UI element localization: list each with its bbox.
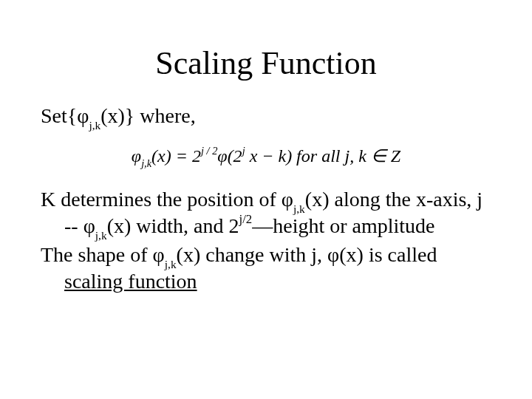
slide: Scaling Function Set{φj,k(x)} where, φj,… xyxy=(0,0,532,399)
p2-t3: (x) is called xyxy=(339,243,437,266)
formula-exp1: j / 2 xyxy=(201,145,217,157)
p1-phi1: φ xyxy=(282,188,293,211)
p2-phi1: φ xyxy=(153,243,165,266)
phi-subscript: j,k xyxy=(89,119,100,132)
p1-t4: —height or amplitude xyxy=(252,214,434,237)
formula: φj,k(x) = 2j / 2φ(2j x − k) for all j, k… xyxy=(132,146,400,167)
set-definition-line: Set{φj,k(x)} where, xyxy=(41,104,491,130)
p2-phi2: φ xyxy=(327,243,339,266)
formula-row: φj,k(x) = 2j / 2φ(2j x − k) for all j, k… xyxy=(41,143,491,167)
p1-t1: K determines the position of xyxy=(41,188,282,211)
paragraph-1: K determines the position of φj,k(x) alo… xyxy=(41,188,491,240)
formula-phi1-sub: j,k xyxy=(141,157,151,169)
scaling-function-term: scaling function xyxy=(64,270,197,293)
formula-exp2: j xyxy=(242,145,245,157)
formula-tail: x − k) for all j, k ∈ Z xyxy=(245,146,401,166)
p1-phi2: φ xyxy=(83,214,95,237)
formula-open2: (2 xyxy=(228,146,242,166)
formula-phi2: φ xyxy=(217,146,227,166)
formula-lhs-x: (x) = 2 xyxy=(151,146,201,166)
p1-sub2: j,k xyxy=(95,229,107,242)
paragraph-2: The shape of φj,k(x) change with j, φ(x)… xyxy=(41,243,491,293)
set-prefix: Set{ xyxy=(41,104,77,127)
slide-body: Set{φj,k(x)} where, φj,k(x) = 2j / 2φ(2j… xyxy=(41,104,491,293)
slide-title: Scaling Function xyxy=(41,44,491,82)
p1-sub1: j,k xyxy=(293,202,305,215)
phi-symbol: φ xyxy=(77,104,89,127)
p1-sup1: j/2 xyxy=(239,212,253,226)
set-suffix: (x)} where, xyxy=(100,104,196,127)
p2-t2: (x) change with j, xyxy=(177,243,328,266)
p2-sub1: j,k xyxy=(165,258,177,270)
p2-t1: The shape of xyxy=(41,243,153,266)
p1-t3: (x) width, and 2 xyxy=(107,214,239,237)
formula-phi1: φ xyxy=(132,146,141,166)
